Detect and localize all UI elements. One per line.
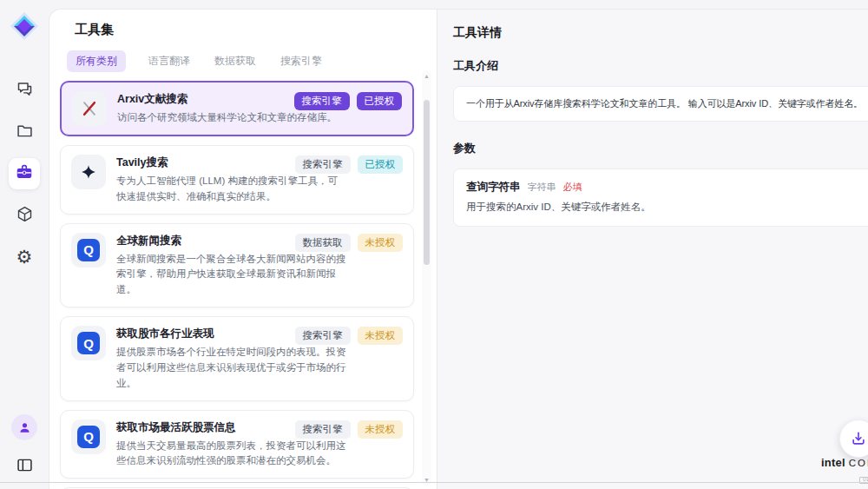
detail-title: 工具详情 — [453, 25, 868, 41]
sidebar-item-chat[interactable] — [9, 75, 40, 106]
user-avatar[interactable] — [11, 414, 37, 440]
app-logo-icon[interactable] — [9, 10, 40, 42]
category-tabs: 所有类别语言翻译数据获取搜索引擎 — [67, 50, 414, 72]
detail-pane: 工具详情 工具介绍 一个用于从Arxiv存储库搜索科学论文和文章的工具。 输入可… — [437, 10, 868, 489]
sidebar-item-tools[interactable] — [9, 158, 40, 189]
category-badge: 搜索引擎 — [295, 155, 351, 174]
sidebar-nav: ⚙ — [9, 75, 40, 273]
intro-heading: 工具介绍 — [453, 58, 868, 74]
sidebar-item-settings[interactable]: ⚙ — [9, 241, 40, 273]
scrollbar[interactable]: ▲ ▼ — [422, 70, 431, 486]
auth-badge: 已授权 — [357, 92, 403, 110]
chat-icon — [16, 80, 34, 102]
tool-card[interactable]: Q全球新闻搜索全球新闻搜索是一个聚合全球各大新闻网站内容的搜索引擎，帮助用户快速… — [60, 223, 414, 307]
tool-intro-text: 一个用于从Arxiv存储库搜索科学论文和文章的工具。 输入可以是Arxiv ID… — [466, 98, 863, 109]
folder-icon — [16, 122, 34, 143]
params-heading: 参数 — [453, 141, 868, 156]
tools-pane: 工具集 所有类别语言翻译数据获取搜索引擎 Arxiv文献搜索访问各个研究领域大量… — [49, 10, 437, 489]
param-type: 字符串 — [528, 181, 556, 194]
scroll-up-icon[interactable]: ▲ — [422, 73, 431, 79]
gear-icon: ⚙ — [16, 248, 33, 267]
auth-badge: 未授权 — [358, 234, 404, 252]
tool-description: 提供当天交易量最高的股票列表，投资者可以利用这些信息来识别流动性强的股票和潜在的… — [116, 439, 347, 470]
blueq-tool-icon: Q — [71, 326, 106, 360]
tool-card[interactable]: Q获取市场最活跃股票信息提供当天交易量最高的股票列表，投资者可以利用这些信息来识… — [60, 410, 414, 479]
core-wordmark: CORE — [849, 458, 868, 469]
auth-badge: 未授权 — [358, 420, 404, 439]
blueq-tool-icon: Q — [71, 233, 106, 268]
tool-list: Arxiv文献搜索访问各个研究领域大量科学论文和文章的存储库。搜索引擎已授权Ta… — [60, 81, 414, 489]
tool-intro-card: 一个用于从Arxiv存储库搜索科学论文和文章的工具。 输入可以是Arxiv ID… — [453, 86, 868, 122]
download-button[interactable] — [839, 420, 868, 458]
tool-description: 访问各个研究领域大量科学论文和文章的存储库。 — [117, 110, 348, 126]
tab-1[interactable]: 语言翻译 — [147, 50, 192, 72]
tab-0[interactable]: 所有类别 — [67, 50, 126, 72]
tab-2[interactable]: 数据获取 — [213, 50, 258, 72]
param-list: 查询字符串字符串必填用于搜索的Arxiv ID、关键字或作者姓名。 — [453, 169, 868, 227]
scrollbar-thumb[interactable] — [424, 100, 430, 265]
category-badge: 搜索引擎 — [294, 92, 350, 110]
toolbox-icon — [15, 162, 34, 185]
app-window: ⚙ 工具集 所有类别语言翻译数据获取搜索引擎 Arxiv文献搜索访问各个研究领域… — [0, 0, 868, 489]
tab-3[interactable]: 搜索引擎 — [279, 50, 324, 72]
page-title: 工具集 — [75, 22, 414, 38]
tool-card[interactable]: Q获取股市各行业表现提供股票市场各个行业在特定时间段内的表现。投资者可以利用这些… — [60, 316, 414, 400]
category-badge: 数据获取 — [295, 234, 351, 252]
auth-badge: 未授权 — [358, 327, 404, 345]
tool-description: 全球新闻搜索是一个聚合全球各大新闻网站内容的搜索引擎，帮助用户快速获取全球最新资… — [116, 252, 347, 298]
auth-badge: 已授权 — [358, 155, 404, 174]
param-card: 查询字符串字符串必填用于搜索的Arxiv ID、关键字或作者姓名。 — [453, 169, 868, 227]
blueq-tool-icon: Q — [71, 420, 106, 454]
main-panel: 工具集 所有类别语言翻译数据获取搜索引擎 Arxiv文献搜索访问各个研究领域大量… — [49, 9, 868, 489]
arxiv-tool-icon — [72, 91, 107, 126]
sparkle-tool-icon — [71, 155, 106, 189]
sidebar-item-files[interactable] — [9, 116, 40, 148]
tool-description: 专为人工智能代理 (LLM) 构建的搜索引擎工具，可快速提供实时、准确和真实的结… — [116, 174, 347, 205]
intel-core-logo: intel CORE ULTRA — [821, 457, 868, 485]
intel-wordmark: intel — [821, 457, 845, 469]
tool-description: 提供股票市场各个行业在特定时间段内的表现。投资者可以利用这些信息来识别表现优于或… — [116, 345, 347, 391]
tool-card[interactable]: Tavily搜索专为人工智能代理 (LLM) 构建的搜索引擎工具，可快速提供实时… — [60, 145, 414, 215]
sidebar-item-models[interactable] — [9, 200, 40, 231]
sidebar-bottom — [9, 414, 40, 480]
tool-card[interactable]: Arxiv文献搜索访问各个研究领域大量科学论文和文章的存储库。搜索引擎已授权 — [60, 81, 414, 136]
param-description: 用于搜索的Arxiv ID、关键字或作者姓名。 — [466, 201, 863, 214]
param-required-flag: 必填 — [563, 181, 582, 194]
collapse-sidebar-button[interactable] — [9, 449, 40, 480]
window-bottom-edge — [0, 482, 868, 483]
param-name: 查询字符串 — [466, 180, 521, 195]
category-badge: 搜索引擎 — [295, 327, 351, 345]
cube-icon — [16, 205, 34, 227]
category-badge: 搜索引擎 — [295, 420, 351, 439]
sidebar: ⚙ — [0, 0, 49, 489]
